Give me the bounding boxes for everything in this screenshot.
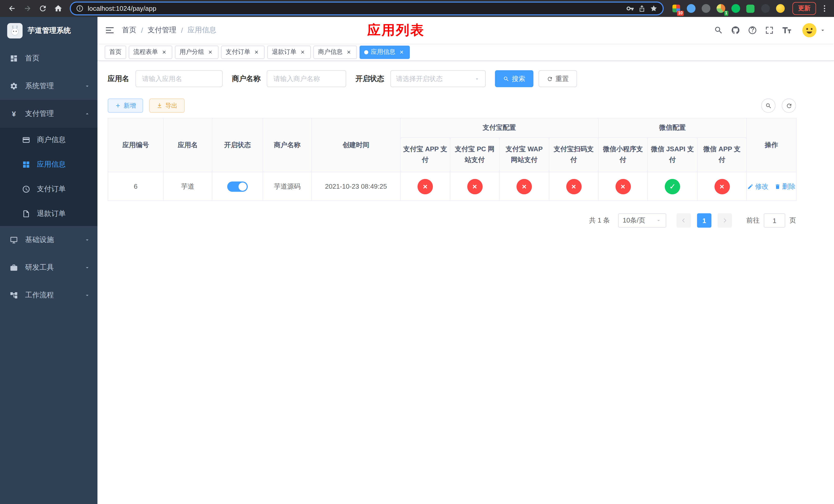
extension-icon[interactable] <box>686 3 696 14</box>
close-icon[interactable] <box>160 48 168 55</box>
navbar-actions <box>714 23 834 38</box>
active-dot <box>364 50 368 54</box>
edit-button[interactable]: 修改 <box>747 182 768 191</box>
close-icon[interactable] <box>299 48 306 55</box>
app-title: 芋道管理系统 <box>28 26 71 36</box>
page-number-button[interactable]: 1 <box>697 213 711 228</box>
password-key-icon[interactable] <box>626 5 634 12</box>
app-logo[interactable]: 芋道管理系统 <box>0 17 97 45</box>
browser-menu-icon[interactable] <box>820 4 829 13</box>
chevron-down-icon <box>474 76 480 82</box>
bookmark-star-icon[interactable] <box>650 5 658 12</box>
col-app-name: 应用名 <box>163 118 212 172</box>
tab-merchant-info[interactable]: 商户信息 <box>313 45 357 59</box>
toggle-search-button[interactable] <box>761 98 775 113</box>
app-name-input[interactable] <box>135 70 223 87</box>
alipay-app-status-icon: × <box>418 179 433 194</box>
grid-icon <box>22 160 31 169</box>
font-size-icon[interactable] <box>782 25 792 36</box>
tab-refund-order[interactable]: 退款订单 <box>267 45 311 59</box>
col-group-wechat: 微信配置 <box>598 118 747 138</box>
sidebar-item-refund-order[interactable]: 退款订单 <box>0 202 97 226</box>
url-text[interactable]: localhost:1024/pay/app <box>88 5 622 12</box>
add-button[interactable]: 新增 <box>108 98 143 113</box>
tab-home[interactable]: 首页 <box>105 45 126 59</box>
tab-app-info[interactable]: 应用信息 <box>359 45 410 59</box>
chrome-update-button[interactable]: 更新 <box>792 2 816 15</box>
user-menu[interactable] <box>802 23 826 38</box>
chevron-down-icon <box>656 217 662 224</box>
browser-forward-icon[interactable] <box>21 2 34 15</box>
page-size-select[interactable]: 10条/页 <box>618 213 666 228</box>
tab-pay-order[interactable]: 支付订单 <box>221 45 265 59</box>
fullscreen-icon[interactable] <box>765 26 774 35</box>
yen-icon: ¥ <box>9 109 19 118</box>
extension-icon[interactable] <box>730 3 741 14</box>
browser-reload-icon[interactable] <box>36 2 49 15</box>
user-avatar <box>802 23 817 38</box>
status-toggle[interactable] <box>227 181 248 191</box>
pagination-total: 共 1 条 <box>589 216 610 225</box>
browser-home-icon[interactable] <box>51 2 65 15</box>
extension-icon[interactable] <box>745 3 755 14</box>
search-icon[interactable] <box>714 26 723 35</box>
credit-card-icon <box>22 135 31 144</box>
extension-icon[interactable] <box>760 3 770 14</box>
cell-app-id: 6 <box>108 172 163 201</box>
sidebar-toggle-icon[interactable] <box>97 25 122 36</box>
tab-user-group[interactable]: 用户分组 <box>175 45 219 59</box>
sidebar-item-infrastructure[interactable]: 基础设施 <box>0 226 97 254</box>
close-icon[interactable] <box>207 48 214 55</box>
col-group-alipay: 支付宝配置 <box>400 118 598 138</box>
sidebar-item-devtools[interactable]: 研发工具 <box>0 254 97 281</box>
goto-page-input[interactable] <box>764 213 785 228</box>
extension-icon[interactable] <box>701 3 711 14</box>
col-merchant: 商户名称 <box>263 118 312 172</box>
close-icon[interactable] <box>345 48 352 55</box>
cell-actions: 修改 删除 <box>747 172 796 201</box>
extension-icon[interactable] <box>775 3 785 14</box>
sidebar-item-home[interactable]: 首页 <box>0 45 97 72</box>
prev-page-button[interactable] <box>677 213 691 228</box>
col-wechat-jsapi: 微信 JSAPI 支付 <box>648 138 697 172</box>
reset-button[interactable]: 重置 <box>539 70 577 87</box>
extension-badge: 10 <box>677 10 684 16</box>
merchant-name-input[interactable] <box>267 70 346 87</box>
sidebar-item-app-info[interactable]: 应用信息 <box>0 152 97 177</box>
sidebar-item-pay-order[interactable]: 支付订单 <box>0 177 97 202</box>
close-icon[interactable] <box>398 48 405 55</box>
site-info-icon[interactable] <box>76 5 84 12</box>
sidebar-item-merchant-info[interactable]: 商户信息 <box>0 128 97 152</box>
status-select[interactable]: 请选择开启状态 <box>390 70 486 87</box>
goto-label: 前往 <box>746 216 760 225</box>
search-button[interactable]: 搜索 <box>495 70 533 87</box>
app-table: 应用编号 应用名 开启状态 商户名称 创建时间 支付宝配置 微信配置 操作 支付… <box>108 118 796 201</box>
share-icon[interactable] <box>638 5 646 12</box>
breadcrumb-home[interactable]: 首页 <box>122 26 136 35</box>
sidebar: 芋道管理系统 首页 系统管理 ¥ 支付管理 <box>0 17 97 504</box>
briefcase-icon <box>9 263 19 272</box>
browser-back-icon[interactable] <box>5 2 19 15</box>
extension-icon[interactable]: 10 <box>671 3 681 14</box>
tab-process-form[interactable]: 流程表单 <box>129 45 172 59</box>
app-name-label: 应用名 <box>108 74 129 83</box>
refresh-table-button[interactable] <box>782 98 796 113</box>
sidebar-item-system[interactable]: 系统管理 <box>0 72 97 100</box>
help-icon[interactable] <box>748 26 757 35</box>
tags-view: 首页 流程表单 用户分组 支付订单 退款订单 <box>97 44 834 61</box>
sidebar-item-workflow[interactable]: 工作流程 <box>0 281 97 309</box>
wechat-mini-status-icon: × <box>615 179 631 194</box>
sidebar-item-payment[interactable]: ¥ 支付管理 <box>0 100 97 128</box>
alipay-wap-status-icon: × <box>517 179 532 194</box>
next-page-button[interactable] <box>718 213 732 228</box>
export-button[interactable]: 导出 <box>149 98 185 113</box>
address-bar[interactable]: localhost:1024/pay/app <box>70 2 664 15</box>
col-app-id: 应用编号 <box>108 118 163 172</box>
extension-icon[interactable]: 1 <box>716 3 726 14</box>
breadcrumb-payment[interactable]: 支付管理 <box>148 26 176 35</box>
page-content: 应用名 商户名称 开启状态 请选择开启状态 <box>97 61 834 504</box>
chevron-down-icon <box>84 237 90 243</box>
close-icon[interactable] <box>253 48 260 55</box>
github-icon[interactable] <box>731 26 740 35</box>
delete-button[interactable]: 删除 <box>774 182 795 191</box>
